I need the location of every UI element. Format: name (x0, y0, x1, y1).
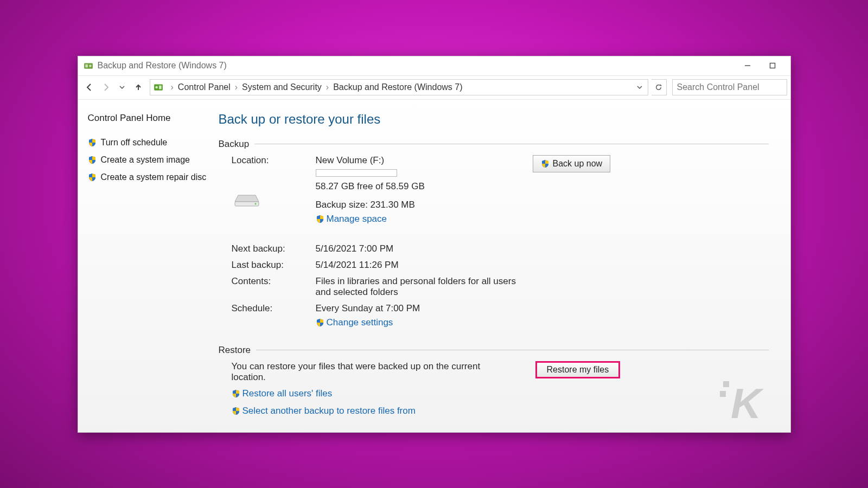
history-dropdown[interactable] (114, 79, 130, 95)
schedule-label: Schedule: (232, 303, 316, 314)
contents-label: Contents: (232, 276, 316, 287)
control-panel-window: Backup and Restore (Windows 7) › Control… (78, 56, 791, 433)
control-panel-home-link[interactable]: Control Panel Home (88, 113, 207, 124)
last-backup-label: Last backup: (232, 260, 316, 271)
shield-icon (88, 138, 97, 147)
back-button[interactable] (81, 79, 98, 95)
window-title: Backup and Restore (Windows 7) (98, 61, 735, 70)
shield-icon (541, 159, 550, 168)
toolbar: › Control Panel › System and Security › … (78, 76, 790, 100)
sidebar-item-label: Turn off schedule (101, 138, 168, 147)
backup-size-text: Backup size: 231.30 MB (316, 200, 533, 210)
svg-rect-11 (720, 391, 726, 397)
svg-rect-10 (723, 381, 729, 387)
svg-rect-7 (159, 86, 162, 89)
app-icon (84, 61, 93, 70)
last-backup-value: 5/14/2021 11:26 PM (316, 260, 533, 271)
chevron-right-icon: › (235, 82, 238, 92)
breadcrumb-item[interactable]: Control Panel (178, 82, 231, 92)
schedule-value: Every Sunday at 7:00 PM (316, 303, 533, 314)
refresh-button[interactable] (652, 79, 667, 95)
up-button[interactable] (130, 79, 146, 95)
svg-point-6 (155, 86, 158, 89)
svg-point-9 (254, 203, 256, 204)
restore-section-label: Restore (219, 345, 769, 356)
free-space-text: 58.27 GB free of 58.59 GB (316, 181, 533, 192)
page-title: Back up or restore your files (219, 112, 769, 127)
select-another-backup-link[interactable]: Select another backup to restore files f… (232, 406, 416, 416)
chevron-right-icon: › (326, 82, 329, 92)
shield-icon (316, 215, 324, 223)
chevron-right-icon: › (171, 82, 174, 92)
next-backup-label: Next backup: (232, 243, 316, 254)
drive-icon (232, 191, 262, 208)
main-content: Back up or restore your files Backup Loc… (216, 100, 790, 432)
restore-all-users-link[interactable]: Restore all users' files (232, 388, 333, 399)
breadcrumb-item[interactable]: Backup and Restore (Windows 7) (333, 82, 462, 92)
svg-rect-1 (85, 65, 88, 68)
control-panel-icon (154, 82, 163, 92)
forward-button[interactable] (98, 79, 114, 95)
breadcrumb-dropdown[interactable] (634, 82, 646, 92)
backup-section-label: Backup (219, 139, 769, 150)
sidebar-item-label: Create a system repair disc (101, 172, 207, 182)
volume-name: New Volume (F:) (316, 155, 533, 166)
contents-value: Files in libraries and personal folders … (316, 276, 527, 298)
backup-now-button[interactable]: Back up now (533, 155, 611, 172)
restore-my-files-button[interactable]: Restore my files (535, 361, 621, 378)
watermark-logo: K (720, 381, 780, 427)
breadcrumb-item[interactable]: System and Security (242, 82, 322, 92)
shield-icon (232, 407, 240, 415)
breadcrumb-bar[interactable]: › Control Panel › System and Security › … (150, 79, 648, 95)
svg-point-2 (89, 65, 92, 67)
change-settings-link[interactable]: Change settings (316, 317, 393, 328)
svg-rect-4 (770, 63, 775, 68)
shield-icon (316, 318, 324, 327)
shield-icon (232, 389, 240, 398)
manage-space-link[interactable]: Manage space (316, 214, 387, 224)
minimize-button[interactable] (735, 58, 760, 73)
maximize-button[interactable] (760, 58, 785, 73)
location-label: Location: (232, 155, 316, 166)
shield-icon (88, 173, 97, 182)
next-backup-value: 5/16/2021 7:00 PM (316, 243, 533, 254)
titlebar: Backup and Restore (Windows 7) (78, 56, 790, 76)
sidebar-item-turn-off-schedule[interactable]: Turn off schedule (88, 138, 207, 147)
sidebar: Control Panel Home Turn off schedule Cre… (78, 100, 216, 432)
space-progress-bar (316, 169, 397, 177)
sidebar-item-create-repair-disc[interactable]: Create a system repair disc (88, 172, 207, 182)
restore-info-text: You can restore your files that were bac… (232, 361, 514, 383)
sidebar-item-label: Create a system image (101, 155, 190, 165)
sidebar-item-create-system-image[interactable]: Create a system image (88, 155, 207, 165)
svg-text:K: K (731, 381, 764, 425)
shield-icon (88, 156, 97, 164)
search-input[interactable] (672, 79, 787, 95)
